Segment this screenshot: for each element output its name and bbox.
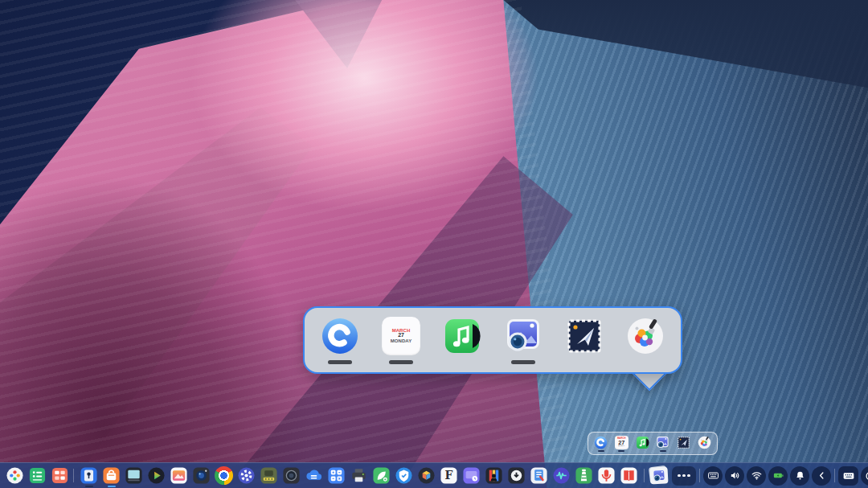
mini-dock: MARCH27MONDAY [588,432,718,455]
svg-text:F: F [445,469,453,482]
tray-onscreen-keyboard-button[interactable] [703,466,723,486]
overflow-button-collapsed-apps[interactable] [672,466,696,486]
mini-dock-items: MARCH27MONDAY [588,436,717,452]
dock-app-mail[interactable] [565,317,604,364]
separator [699,469,700,482]
window-group-image-viewer-group[interactable] [648,465,669,486]
running-indicator [108,486,116,487]
app-icon-printer[interactable] [349,465,369,487]
app-icon-terminal[interactable] [124,465,144,487]
app-icon-app-grid[interactable] [50,465,70,487]
music-icon [443,317,481,355]
dot [687,474,690,478]
image-viewer-icon [656,436,669,449]
wallpaper [0,0,868,488]
mini-dock-app-music[interactable] [636,436,649,452]
notifications-icon [794,470,806,482]
running-indicator [633,360,657,364]
running-indicator [598,450,604,452]
app-icon-album[interactable] [169,465,189,487]
app-icon-font-manager[interactable]: F [439,465,459,487]
app-icon-manual[interactable] [619,465,639,487]
app-icon-recorder[interactable] [596,465,616,487]
wifi-icon [751,470,763,482]
running-indicator [681,450,687,452]
app-icon-movie[interactable] [146,465,166,487]
app-icon-downloader[interactable] [506,465,526,487]
running-indicator [618,450,624,452]
app-icon-feedback[interactable] [484,465,504,487]
app-icon-security-center[interactable] [394,465,414,487]
dock-group-popup: MARCH27MONDAY [303,306,682,374]
dock-app-music[interactable] [443,317,481,364]
app-icon-toolbox[interactable] [259,465,279,487]
taskbar-system-section [838,466,868,486]
app-icon-settings[interactable] [236,465,256,487]
system-input-method-button[interactable] [838,466,858,486]
browser-icon [321,317,359,355]
dot [678,474,681,478]
volume-icon [729,470,741,482]
taskbar-tray-section [703,466,831,486]
dock-app-calendar[interactable]: MARCH27MONDAY [382,317,420,364]
app-icon-launcher[interactable] [5,465,25,487]
app-icon-camera[interactable] [191,465,211,487]
app-icon-voice-notes[interactable] [551,465,571,487]
music-icon [636,436,649,449]
mini-dock-app-browser[interactable] [594,436,608,452]
battery-icon [772,470,784,482]
calendar-icon: MARCH27MONDAY [382,317,420,355]
app-icon-system-monitor[interactable] [371,465,391,487]
mini-dock-app-image-viewer[interactable] [656,436,669,452]
input-method-icon [842,470,855,482]
tray-collapse-button[interactable] [812,466,831,486]
taskbar-apps-section: F [79,465,639,487]
window-card-front [649,466,668,484]
dock-app-image-viewer[interactable] [504,317,542,364]
running-indicator [701,450,707,452]
app-icon-cloud-disk[interactable] [304,465,324,487]
mail-icon [565,317,604,355]
power-icon [864,470,868,482]
running-indicator [328,360,352,364]
mini-dock-app-calendar[interactable]: MARCH27MONDAY [615,436,628,452]
desktop: MARCH27MONDAY MARC [0,0,868,488]
calendar-icon: MARCH27MONDAY [382,317,420,355]
mini-dock-app-draw[interactable] [698,436,711,452]
app-icon-remote-assistance[interactable] [461,465,481,487]
app-icon-chrome[interactable] [214,465,234,487]
mail-icon [677,436,690,449]
app-icon-calculator[interactable] [326,465,346,487]
mini-dock-app-mail[interactable] [677,436,690,452]
tray-volume-button[interactable] [725,466,744,486]
dock-app-draw[interactable] [626,317,665,364]
app-icon-device-manager[interactable] [416,465,436,487]
calendar-icon: MARCH27MONDAY [615,436,628,449]
tray-battery-button[interactable] [768,466,788,486]
taskbar: F [0,462,868,488]
separator [644,469,645,482]
app-icon-assistant[interactable] [574,465,594,487]
image-viewer-icon [504,317,542,355]
running-indicator [450,360,474,364]
dock-app-browser[interactable] [321,317,359,364]
running-indicator [639,450,645,452]
tray-wifi-button[interactable] [747,466,766,486]
separator [834,469,835,482]
app-icon-multitasking-view[interactable] [27,465,47,487]
running-indicator [572,360,596,364]
app-icon-text-editor[interactable] [529,465,549,487]
running-indicator [85,486,93,487]
tray-notifications-button[interactable] [790,466,809,486]
taskbar-launcher-section [5,465,70,487]
onscreen-keyboard-icon [707,470,719,482]
separator [73,469,74,482]
system-power-button[interactable] [861,466,868,486]
chrome-icon [215,466,233,485]
app-icon-app-store[interactable] [101,465,121,487]
image-viewer-icon [652,468,667,483]
app-icon-file-manager[interactable] [79,465,99,487]
app-icon-screenshot[interactable] [281,465,301,487]
calendar-icon: MARCH27MONDAY [615,436,628,449]
draw-icon [698,436,711,449]
